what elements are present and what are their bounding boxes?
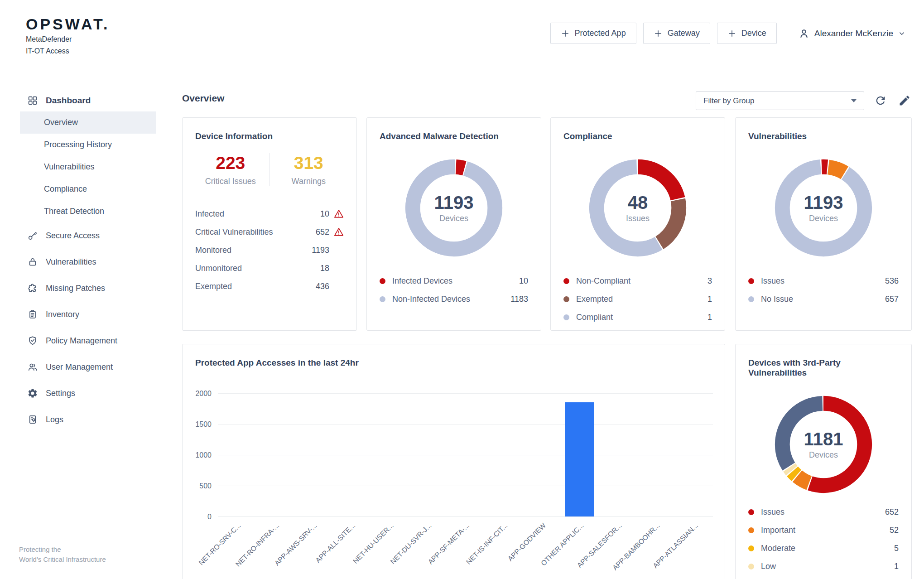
critical-issues-stat: 223 Critical Issues: [192, 153, 270, 186]
warnings-value: 313: [270, 153, 348, 173]
edit-button[interactable]: [898, 94, 912, 107]
advanced-malware-detection-card: Advanced Malware Detection 1193 Devices …: [366, 117, 541, 331]
sidebar-item-label: Dashboard: [46, 96, 91, 106]
x-axis-label: NET-IS-INF-CIT...: [465, 521, 510, 566]
sidebar-item-overview[interactable]: Overview: [20, 111, 156, 134]
info-row-label: Critical Vulnerabilities: [195, 227, 273, 237]
dashboard-grid-icon: [27, 95, 38, 106]
legend-dot-icon: [748, 296, 754, 302]
warnings-label: Warnings: [270, 177, 348, 186]
legend-row: Infected Devices10: [380, 272, 528, 290]
sidebar-item-label: Inventory: [46, 310, 79, 319]
product-name-line1: MetaDefender: [26, 34, 110, 45]
sidebar-item-processing-history[interactable]: Processing History: [20, 134, 156, 156]
sidebar: Dashboard Overview Processing History Vu…: [20, 90, 156, 433]
info-row-value: 436: [316, 282, 329, 291]
add-device-button[interactable]: Device: [717, 23, 777, 44]
sidebar-item-secure-access[interactable]: Secure Access: [20, 222, 156, 249]
add-device-label: Device: [741, 29, 766, 38]
donut-center: 48 Issues: [587, 158, 688, 258]
shield-check-icon: [27, 335, 38, 346]
brand-block: OPSWAT. MetaDefender IT-OT Access: [26, 15, 110, 57]
vulnerabilities-card: Vulnerabilities 1193 Devices Issues536No…: [735, 117, 912, 331]
info-row-label: Infected: [195, 209, 224, 219]
device-info-row: Critical Vulnerabilities652: [195, 223, 344, 241]
product-name-line2: IT-OT Access: [26, 46, 110, 57]
page-title: Overview: [182, 93, 224, 104]
gridline: [218, 424, 713, 425]
vulnerabilities-donut-chart: 1193 Devices: [773, 158, 874, 258]
user-menu[interactable]: Alexander McKenzie: [798, 28, 906, 39]
y-tick-label: 500: [199, 482, 212, 490]
device-info-row: Monitored1193: [195, 241, 344, 259]
add-gateway-label: Gateway: [668, 29, 700, 38]
sidebar-item-policy-management[interactable]: Policy Management: [20, 328, 156, 354]
filter-by-group-select[interactable]: Filter by Group: [696, 92, 864, 110]
sidebar-item-dashboard[interactable]: Dashboard: [20, 90, 156, 111]
sidebar-item-label: Threat Detection: [44, 207, 104, 216]
legend-value: 5: [894, 544, 899, 553]
add-protected-app-label: Protected App: [575, 29, 626, 38]
legend-row: Exempted1: [563, 290, 712, 308]
warning-triangle-icon: [334, 227, 344, 237]
x-axis-label: NET-HU-USER...: [351, 521, 395, 565]
legend-label: Low: [761, 562, 776, 571]
sidebar-item-inventory[interactable]: Inventory: [20, 301, 156, 328]
legend-label: Issues: [761, 507, 784, 517]
sidebar-item-vulnerabilities-sub[interactable]: Vulnerabilities: [20, 156, 156, 178]
donut-center-label: Devices: [809, 214, 838, 223]
sidebar-item-settings[interactable]: Settings: [20, 380, 156, 406]
info-row-label: Exempted: [195, 282, 232, 291]
tagline-line2: World's Critical Infrastructure: [19, 555, 106, 565]
tagline-line1: Protecting the: [19, 545, 106, 555]
bar-chart: 0500100015002000NET-RO-SRV-C...NET-RO-IN…: [218, 394, 713, 517]
legend-value: 1: [707, 313, 712, 322]
log-search-icon: [27, 414, 38, 425]
legend-value: 536: [885, 276, 899, 286]
sidebar-item-label: Logs: [46, 415, 63, 425]
lock-icon: [27, 256, 38, 267]
legend-dot-icon: [563, 314, 569, 320]
sidebar-item-label: Compliance: [44, 184, 87, 194]
refresh-icon: [874, 94, 887, 107]
donut-center: 1181 Devices: [773, 394, 874, 495]
refresh-button[interactable]: [874, 94, 888, 107]
sidebar-item-logs[interactable]: Logs: [20, 406, 156, 433]
sidebar-item-vulnerabilities[interactable]: Vulnerabilities: [20, 249, 156, 275]
sidebar-item-label: Policy Management: [46, 336, 117, 346]
donut-center-label: Devices: [809, 450, 838, 460]
x-axis-labels: NET-RO-SRV-C...NET-RO-INFRA-...APP-AWS-S…: [218, 521, 713, 579]
donut-center-value: 1181: [804, 429, 843, 449]
device-info-rows: Infected10Critical Vulnerabilities652Mon…: [183, 205, 356, 295]
legend-label: Moderate: [761, 544, 795, 553]
donut-center: 1193 Devices: [773, 158, 874, 258]
third-party-vulnerabilities-card: Devices with 3rd-Party Vulnerabilities 1…: [735, 344, 912, 579]
plus-icon: [654, 29, 663, 38]
warning-triangle-icon: [334, 209, 344, 219]
donut-center-value: 1193: [804, 193, 843, 213]
x-axis-label: APP-ALL-SITE...: [314, 521, 357, 565]
legend-row: Issues652: [748, 503, 899, 521]
legend-value: 657: [885, 294, 899, 304]
legend-row: Non-Infected Devices1183: [380, 290, 528, 308]
x-axis-label: APP-SF-META-...: [427, 521, 471, 566]
legend-label: Exempted: [576, 294, 613, 304]
add-protected-app-button[interactable]: Protected App: [550, 23, 636, 44]
x-axis-label: NET-DU-SVR-J...: [389, 521, 433, 566]
legend-value: 652: [885, 507, 899, 517]
sidebar-item-threat-detection[interactable]: Threat Detection: [20, 200, 156, 222]
legend-value: 10: [519, 276, 528, 286]
sidebar-item-missing-patches[interactable]: Missing Patches: [20, 275, 156, 301]
legend-dot-icon: [380, 278, 385, 284]
legend-row: Important52: [748, 521, 899, 539]
add-gateway-button[interactable]: Gateway: [643, 23, 710, 44]
brand-tagline: Protecting the World's Critical Infrastr…: [19, 545, 106, 565]
legend-row: No Issue657: [748, 290, 899, 308]
sidebar-item-user-management[interactable]: User Management: [20, 354, 156, 380]
card-title: Device Information: [183, 118, 356, 141]
gear-icon: [27, 388, 38, 399]
gridline: [218, 393, 713, 394]
sidebar-item-compliance[interactable]: Compliance: [20, 178, 156, 200]
user-name: Alexander McKenzie: [814, 29, 893, 39]
header-actions: Protected App Gateway Device Alexander M…: [550, 23, 906, 44]
